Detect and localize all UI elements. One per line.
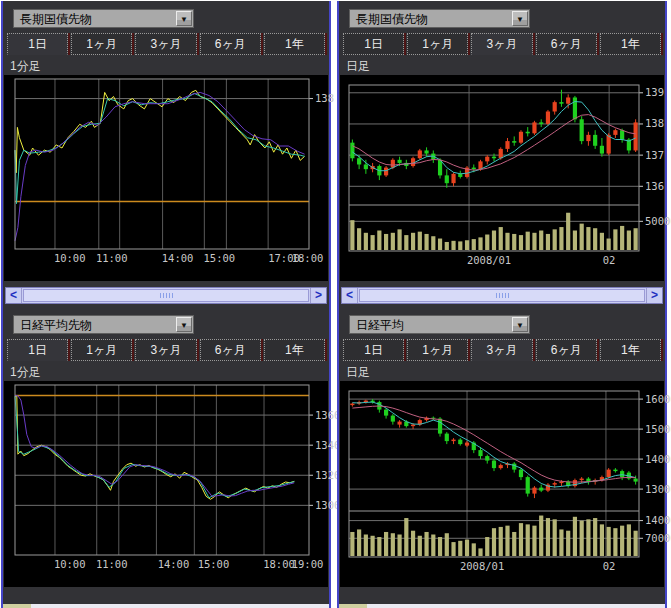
right-column: 長期国債先物 ▼ 1日 1ヶ月 3ヶ月 6ヶ月 1年 日足 1391381371… [337, 1, 667, 608]
svg-text:140000: 140000 [645, 514, 671, 526]
tab-3month[interactable]: 3ヶ月 [135, 33, 196, 55]
svg-text:2008/01: 2008/01 [467, 254, 511, 266]
instrument-select[interactable]: 日経平均 ▼ [349, 315, 530, 334]
tab-6month[interactable]: 6ヶ月 [536, 339, 597, 361]
tab-6month[interactable]: 6ヶ月 [200, 339, 261, 361]
instrument-select-value: 日経平均先物 [20, 317, 92, 334]
svg-text:13000: 13000 [645, 483, 671, 495]
scroll-right-icon[interactable]: > [646, 288, 662, 303]
tab-6month[interactable]: 6ヶ月 [200, 33, 261, 55]
chart-canvas: 16000150001400013000140000700002008/0102 [340, 381, 664, 587]
svg-text:139: 139 [645, 86, 664, 98]
instrument-select[interactable]: 日経平均先物 ▼ [13, 315, 194, 334]
tab-1year[interactable]: 1年 [264, 33, 325, 55]
tab-1year[interactable]: 1年 [264, 339, 325, 361]
horizontal-scrollbar[interactable]: < > [5, 287, 327, 304]
chart-workspace: 長期国債先物 ▼ 1日 1ヶ月 3ヶ月 6ヶ月 1年 1分足 13810:001… [0, 0, 671, 608]
svg-text:137: 137 [645, 149, 664, 161]
svg-text:2008/01: 2008/01 [460, 560, 504, 572]
chart-canvas: 139138137136500002008/0102 [340, 75, 664, 281]
tab-3month[interactable]: 3ヶ月 [471, 339, 532, 361]
svg-text:15:00: 15:00 [204, 252, 236, 264]
dropdown-arrow-icon[interactable]: ▼ [512, 11, 528, 26]
period-tabstrip: 1日 1ヶ月 3ヶ月 6ヶ月 1年 [7, 33, 325, 55]
tab-1month[interactable]: 1ヶ月 [407, 339, 468, 361]
chart-type-label: 1分足 [10, 364, 41, 381]
instrument-select-value: 長期国債先物 [20, 11, 92, 28]
dropdown-arrow-icon[interactable]: ▼ [176, 11, 192, 26]
svg-text:138: 138 [645, 117, 664, 129]
scrollbar-thumb[interactable] [23, 289, 309, 302]
svg-text:136: 136 [645, 180, 664, 192]
tab-3month[interactable]: 3ヶ月 [135, 339, 196, 361]
scrollbar-track[interactable] [22, 288, 310, 303]
svg-text:70000: 70000 [645, 532, 671, 544]
partial-scrollbar-strip [339, 604, 665, 608]
svg-text:18:00: 18:00 [292, 252, 324, 264]
period-tabstrip: 1日 1ヶ月 3ヶ月 6ヶ月 1年 [343, 33, 661, 55]
tab-1day[interactable]: 1日 [343, 33, 404, 55]
instrument-select[interactable]: 長期国債先物 ▼ [349, 9, 530, 28]
panel-jgb-futures-1min: 長期国債先物 ▼ 1日 1ヶ月 3ヶ月 6ヶ月 1年 1分足 13810:001… [3, 1, 329, 285]
svg-text:16000: 16000 [645, 393, 671, 405]
scrollbar-track[interactable] [358, 288, 646, 303]
tab-6month[interactable]: 6ヶ月 [536, 33, 597, 55]
instrument-select-value: 日経平均 [356, 317, 404, 334]
tab-3month[interactable]: 3ヶ月 [471, 33, 532, 55]
tab-1day[interactable]: 1日 [343, 339, 404, 361]
svg-text:10:00: 10:00 [54, 558, 86, 570]
chart-type-label: 日足 [346, 364, 370, 381]
dropdown-arrow-icon[interactable]: ▼ [512, 317, 528, 332]
horizontal-scrollbar[interactable]: < > [341, 287, 663, 304]
panel-jgb-futures-daily: 長期国債先物 ▼ 1日 1ヶ月 3ヶ月 6ヶ月 1年 日足 1391381371… [339, 1, 665, 285]
svg-text:14:00: 14:00 [162, 252, 194, 264]
panel-nikkei-futures-1min: 日経平均先物 ▼ 1日 1ヶ月 3ヶ月 6ヶ月 1年 1分足 136001340… [3, 307, 329, 605]
svg-text:11:00: 11:00 [96, 252, 128, 264]
tab-1month[interactable]: 1ヶ月 [71, 33, 132, 55]
chart-type-label: 日足 [346, 58, 370, 75]
svg-text:14:00: 14:00 [158, 558, 190, 570]
dropdown-arrow-icon[interactable]: ▼ [176, 317, 192, 332]
svg-text:14000: 14000 [645, 453, 671, 465]
partial-scrollbar-strip [3, 604, 329, 608]
instrument-select-value: 長期国債先物 [356, 11, 428, 28]
chart-canvas: 13810:0011:0014:0015:0017:0018:00 [4, 75, 328, 281]
svg-text:02: 02 [603, 560, 616, 572]
scroll-left-icon[interactable]: < [6, 288, 22, 303]
svg-text:50000: 50000 [645, 215, 671, 227]
scroll-left-icon[interactable]: < [342, 288, 358, 303]
svg-text:10:00: 10:00 [54, 252, 86, 264]
chart-type-label: 1分足 [10, 58, 41, 75]
instrument-select[interactable]: 長期国債先物 ▼ [13, 9, 194, 28]
svg-text:18:00: 18:00 [263, 558, 295, 570]
period-tabstrip: 1日 1ヶ月 3ヶ月 6ヶ月 1年 [7, 339, 325, 361]
svg-text:15000: 15000 [645, 423, 671, 435]
scrollbar-thumb[interactable] [359, 289, 645, 302]
svg-text:19:00: 19:00 [292, 558, 324, 570]
period-tabstrip: 1日 1ヶ月 3ヶ月 6ヶ月 1年 [343, 339, 661, 361]
scroll-right-icon[interactable]: > [310, 288, 326, 303]
tab-1month[interactable]: 1ヶ月 [407, 33, 468, 55]
tab-1month[interactable]: 1ヶ月 [71, 339, 132, 361]
scrollbar-grip-icon [160, 293, 173, 298]
svg-text:138: 138 [315, 92, 334, 104]
scrollbar-grip-icon [496, 293, 509, 298]
tab-1day[interactable]: 1日 [7, 33, 68, 55]
svg-text:02: 02 [603, 254, 616, 266]
left-column: 長期国債先物 ▼ 1日 1ヶ月 3ヶ月 6ヶ月 1年 1分足 13810:001… [1, 1, 331, 608]
svg-text:11:00: 11:00 [96, 558, 128, 570]
tab-1year[interactable]: 1年 [600, 33, 661, 55]
panel-nikkei-daily: 日経平均 ▼ 1日 1ヶ月 3ヶ月 6ヶ月 1年 日足 160001500014… [339, 307, 665, 605]
tab-1year[interactable]: 1年 [600, 339, 661, 361]
svg-text:15:00: 15:00 [198, 558, 230, 570]
tab-1day[interactable]: 1日 [7, 339, 68, 361]
chart-canvas: 1360013400132001300010:0011:0014:0015:00… [4, 381, 328, 587]
